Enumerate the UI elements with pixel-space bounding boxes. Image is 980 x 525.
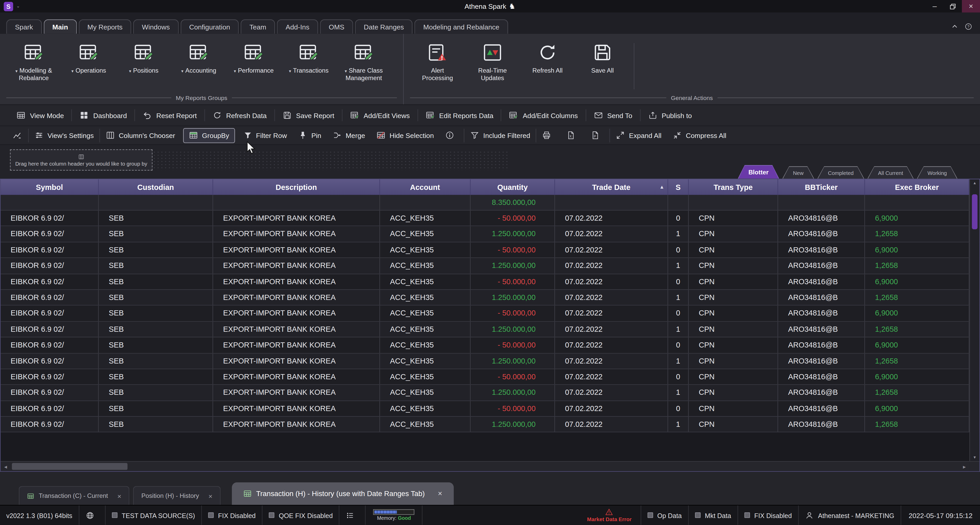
toolbar-button[interactable]: Compress All: [667, 129, 732, 142]
ribbon-report-item[interactable]: ▾Operations: [61, 42, 116, 74]
ribbon-tab[interactable]: Configuration: [180, 19, 239, 34]
toolbar-button[interactable]: Add/Edit Columns: [502, 109, 586, 121]
toolbar-button[interactable]: [561, 129, 585, 142]
scroll-right-icon[interactable]: ▸: [959, 462, 969, 471]
column-header-trade_date[interactable]: Trade Date▲: [555, 179, 668, 195]
table-row[interactable]: EIBKOR 6.9 02/SEBEXPORT-IMPORT BANK KORE…: [0, 242, 979, 258]
ribbon-report-item[interactable]: ▾Modelling & Rebalance: [6, 42, 61, 82]
ribbon-tab[interactable]: Main: [44, 19, 77, 34]
view-tab[interactable]: Blotter: [738, 165, 779, 178]
ribbon-tab[interactable]: Spark: [6, 19, 41, 34]
cell-exec_broker: 1,2658: [865, 322, 969, 337]
groupby-drop-area[interactable]: Drag here the column header you would li…: [10, 150, 153, 170]
vertical-scrollbar[interactable]: ▲ ▼: [969, 179, 980, 461]
column-header-account[interactable]: Account: [380, 179, 471, 195]
table-row[interactable]: EIBKOR 6.9 02/SEBEXPORT-IMPORT BANK KORE…: [0, 401, 979, 417]
horizontal-scroll-thumb[interactable]: [12, 463, 127, 470]
toolbar-button[interactable]: GroupBy: [183, 128, 235, 143]
view-tab[interactable]: New: [782, 166, 814, 178]
toolbar-button[interactable]: Save Report: [275, 109, 342, 121]
app-menu-button[interactable]: S: [4, 2, 13, 11]
minimize-button[interactable]: –: [926, 0, 944, 13]
document-tab[interactable]: Position (H) - History ×: [134, 486, 221, 505]
ribbon-tab[interactable]: Add-Ins: [277, 19, 318, 34]
table-row[interactable]: EIBKOR 6.9 02/SEBEXPORT-IMPORT BANK KORE…: [0, 322, 979, 337]
help-icon[interactable]: [964, 22, 972, 30]
ribbon-report-item[interactable]: ▾Share Class Management: [336, 42, 391, 82]
toolbar-button[interactable]: Hide Selection: [371, 129, 440, 142]
ribbon-tab[interactable]: Windows: [133, 19, 178, 34]
close-tab-icon[interactable]: ×: [117, 492, 121, 500]
document-tab[interactable]: Transaction (C) - Current ×: [19, 486, 130, 505]
table-row[interactable]: EIBKOR 6.9 02/SEBEXPORT-IMPORT BANK KORE…: [0, 258, 979, 274]
toolbar-button[interactable]: Pin: [293, 129, 327, 142]
column-header-bbticker[interactable]: BBTicker: [778, 179, 865, 195]
close-tab-icon[interactable]: ×: [438, 489, 442, 498]
scroll-down-icon[interactable]: ▼: [970, 454, 979, 461]
ribbon-action-item[interactable]: Real-Time Updates: [471, 42, 514, 82]
ribbon-action-item[interactable]: Alert Processing: [415, 42, 459, 82]
column-header-description[interactable]: Description: [213, 179, 380, 195]
view-tab[interactable]: Working: [917, 166, 958, 178]
toolbar-button[interactable]: Refresh Data: [205, 109, 275, 121]
close-tab-icon[interactable]: ×: [208, 492, 212, 500]
ribbon-report-item[interactable]: ▾Transactions: [281, 42, 336, 74]
toolbar-button[interactable]: [585, 129, 610, 142]
column-header-symbol[interactable]: Symbol: [0, 179, 99, 195]
toolbar-button[interactable]: [439, 129, 464, 142]
table-row[interactable]: EIBKOR 6.9 02/SEBEXPORT-IMPORT BANK KORE…: [0, 210, 979, 226]
toolbar-button[interactable]: Add/Edit Views: [342, 109, 418, 121]
table-row[interactable]: EIBKOR 6.9 02/SEBEXPORT-IMPORT BANK KORE…: [0, 385, 979, 401]
table-row[interactable]: EIBKOR 6.9 02/SEBEXPORT-IMPORT BANK KORE…: [0, 290, 979, 305]
ribbon-tab[interactable]: Team: [240, 19, 275, 34]
cell-quantity: - 50.000,00: [471, 369, 555, 385]
ribbon-tab[interactable]: My Reports: [79, 19, 131, 34]
table-row[interactable]: EIBKOR 6.9 02/SEBEXPORT-IMPORT BANK KORE…: [0, 226, 979, 242]
column-header-trans_type[interactable]: Trans Type: [689, 179, 778, 195]
toolbar-button[interactable]: Reset Report: [135, 109, 205, 121]
toolbar-button[interactable]: Merge: [327, 129, 371, 142]
maximize-button[interactable]: [944, 0, 962, 13]
ribbon-action-item[interactable]: Save All: [581, 42, 624, 82]
column-header-s[interactable]: S: [668, 179, 689, 195]
close-button[interactable]: ×: [962, 0, 980, 13]
table-row[interactable]: EIBKOR 6.9 02/SEBEXPORT-IMPORT BANK KORE…: [0, 353, 979, 369]
toolbar-button[interactable]: View's Settings: [28, 129, 100, 142]
chart-settings-button[interactable]: [6, 130, 28, 140]
table-row[interactable]: EIBKOR 6.9 02/SEBEXPORT-IMPORT BANK KORE…: [0, 417, 979, 433]
view-tab[interactable]: All Current: [867, 166, 913, 178]
horizontal-scrollbar[interactable]: ◂ ▸: [0, 461, 969, 471]
view-tab[interactable]: Completed: [818, 166, 864, 178]
table-row[interactable]: EIBKOR 6.9 02/SEBEXPORT-IMPORT BANK KORE…: [0, 337, 979, 353]
toolbar-button[interactable]: Dashboard: [72, 109, 135, 121]
ribbon-tab[interactable]: OMS: [320, 19, 353, 34]
column-header-exec_broker[interactable]: Exec Broker: [865, 179, 969, 195]
ribbon-report-item[interactable]: ▾Performance: [226, 42, 281, 74]
cell-s: 1: [668, 322, 689, 337]
ribbon-report-item[interactable]: ▾Accounting: [171, 42, 226, 74]
table-row[interactable]: EIBKOR 6.9 02/SEBEXPORT-IMPORT BANK KORE…: [0, 274, 979, 290]
scroll-up-icon[interactable]: ▲: [970, 179, 979, 187]
collapse-ribbon-icon[interactable]: [951, 22, 959, 30]
toolbar-button[interactable]: Edit Reports Data: [418, 109, 502, 121]
toolbar-button[interactable]: View Mode: [9, 109, 72, 121]
table-row[interactable]: EIBKOR 6.9 02/SEBEXPORT-IMPORT BANK KORE…: [0, 305, 979, 321]
app-menu-caret-icon[interactable]: ⌄: [16, 4, 20, 9]
toolbar-button[interactable]: Include Filtered: [464, 129, 536, 142]
toolbar-button[interactable]: Column's Chooser: [100, 129, 181, 142]
document-tab[interactable]: Transaction (H) - History (use with Date…: [232, 482, 453, 505]
ribbon-report-item[interactable]: ▾Positions: [116, 42, 171, 74]
column-header-quantity[interactable]: Quantity: [471, 179, 555, 195]
ribbon-tab[interactable]: Modeling and Rebalance: [415, 19, 508, 34]
scroll-left-icon[interactable]: ◂: [0, 462, 11, 471]
vertical-scroll-thumb[interactable]: [972, 194, 978, 229]
toolbar-button[interactable]: Expand All: [610, 129, 667, 142]
column-header-custodian[interactable]: Custodian: [99, 179, 213, 195]
ribbon-tab[interactable]: Date Ranges: [355, 19, 413, 34]
ribbon-action-item[interactable]: Refresh All: [526, 42, 570, 82]
toolbar-button[interactable]: Filter Row: [237, 129, 293, 142]
toolbar-button[interactable]: [536, 129, 561, 142]
toolbar-button[interactable]: Send To: [586, 109, 640, 121]
table-row[interactable]: EIBKOR 6.9 02/SEBEXPORT-IMPORT BANK KORE…: [0, 369, 979, 385]
toolbar-button[interactable]: Publish to: [640, 109, 699, 121]
